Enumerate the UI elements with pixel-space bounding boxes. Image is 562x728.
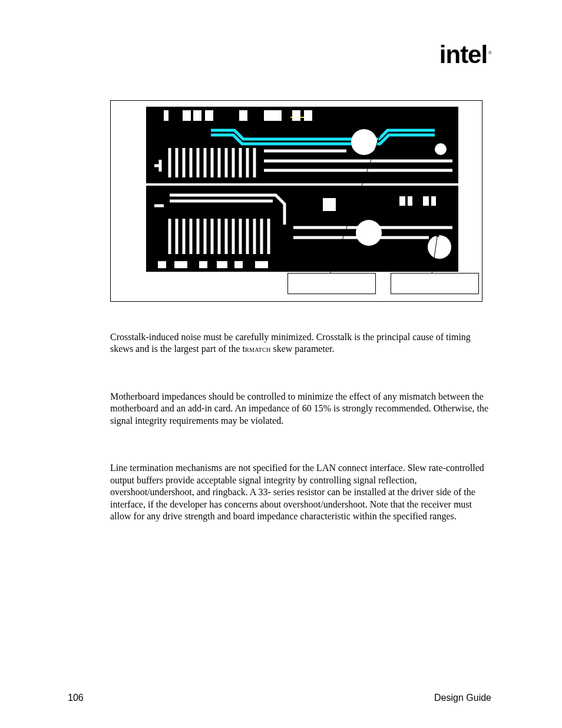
svg-point-15 <box>428 235 451 259</box>
page-number: 106 <box>68 693 84 703</box>
subscript-rmatch: RMATCH <box>245 347 270 353</box>
svg-rect-21 <box>174 261 187 268</box>
paragraph-crosstalk: Crosstalk-induced noise must be carefull… <box>110 331 494 355</box>
pcb-svg <box>146 107 458 272</box>
svg-rect-7 <box>264 110 282 121</box>
text: skew parameter. <box>270 344 334 354</box>
pcb-layout-illustration <box>146 107 458 272</box>
page-content: Crosstalk-induced noise must be carefull… <box>110 100 494 523</box>
svg-rect-5 <box>205 110 213 121</box>
logo-mark: ® <box>488 50 491 55</box>
svg-point-11 <box>435 143 447 155</box>
doc-title: Design Guide <box>434 693 491 703</box>
page-footer: 106 Design Guide <box>68 693 491 703</box>
svg-rect-12 <box>146 183 458 186</box>
logo-text: intel <box>439 41 487 68</box>
paragraph-termination: Line termination mechanisms are not spec… <box>110 462 494 522</box>
svg-rect-23 <box>217 261 227 268</box>
figure-callout-a <box>287 273 376 294</box>
svg-rect-16 <box>399 196 405 206</box>
svg-rect-19 <box>431 196 436 206</box>
figure-frame <box>110 100 482 302</box>
svg-rect-20 <box>158 261 166 268</box>
paragraph-impedance: Motherboard impedances should be control… <box>110 391 494 427</box>
document-page: intel® <box>0 0 562 728</box>
svg-rect-18 <box>423 196 429 206</box>
svg-rect-2 <box>164 110 168 121</box>
svg-point-10 <box>351 129 377 155</box>
svg-rect-22 <box>199 261 207 268</box>
svg-rect-17 <box>408 196 412 206</box>
svg-point-14 <box>356 220 382 246</box>
svg-rect-13 <box>323 198 336 211</box>
svg-rect-25 <box>255 261 268 268</box>
svg-rect-24 <box>234 261 243 268</box>
figure-callout-b <box>391 273 479 294</box>
intel-logo: intel® <box>439 42 491 67</box>
svg-rect-3 <box>183 110 191 121</box>
svg-rect-8 <box>292 110 300 121</box>
svg-rect-9 <box>304 110 312 121</box>
svg-rect-6 <box>239 110 247 121</box>
svg-rect-4 <box>193 110 201 121</box>
